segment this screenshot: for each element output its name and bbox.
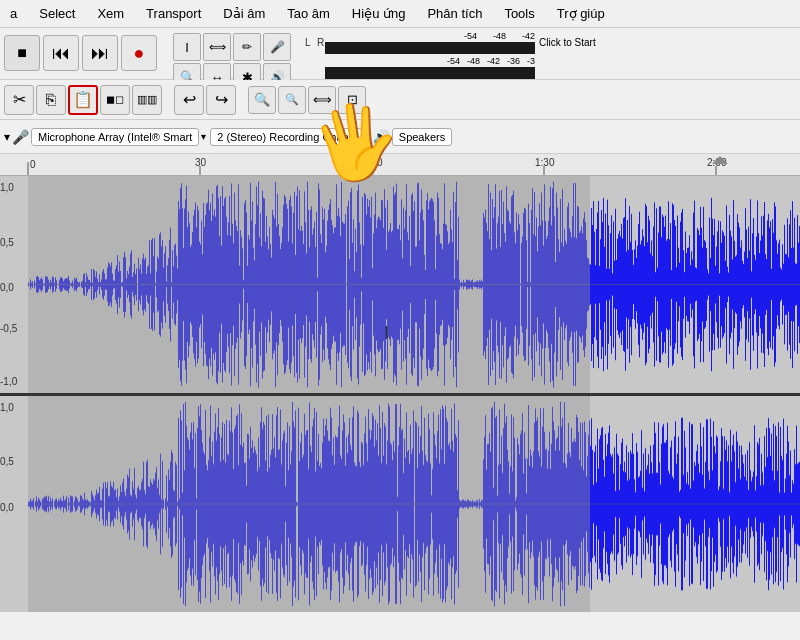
zoom-in-button[interactable]: 🔍 [248,86,276,114]
menu-tro-giup[interactable]: Trợ giúp [553,4,609,23]
menu-dai-am[interactable]: Dải âm [219,4,269,23]
menu-phan-tich[interactable]: Phân tích [423,4,486,23]
menu-select[interactable]: Select [35,4,79,23]
mic-icon: 🎤 [270,40,285,54]
menu-hieu-ung[interactable]: Hiệu ứng [348,4,410,23]
redo-icon: ↪ [215,90,228,109]
cut-icon: ✂ [13,90,26,109]
vu-bar-R[interactable] [325,67,535,79]
record-icon: ● [134,43,145,64]
mic-device-icon: 🎤 [12,129,29,145]
menubar: a Select Xem Transport Dải âm Tao âm Hiệ… [0,0,800,28]
menu-tao-am[interactable]: Tao âm [283,4,334,23]
silence-button[interactable]: ▥▥ [132,85,162,115]
svg-text:1:00: 1:00 [363,157,383,168]
paste-button[interactable]: 📋 [68,85,98,115]
stop-button[interactable]: ■ [4,35,40,71]
vu-tick-row1: -54 -48 -42 [325,31,535,41]
input-device-dropdown[interactable]: ▾ 🎤 Microphone Array (Intel® Smart ▾ [4,128,206,146]
redo-button[interactable]: ↪ [206,85,236,115]
menu-a[interactable]: a [6,4,21,23]
trim-button[interactable]: ◼◻ [100,85,130,115]
pencil-tool[interactable]: ✏ [233,33,261,61]
trim-icon: ◼◻ [106,93,124,106]
svg-text:30: 30 [195,157,207,168]
undo-button[interactable]: ↩ [174,85,204,115]
waveform-2-area[interactable]: 1,0 0,5 0,0 [0,396,800,613]
record-button[interactable]: ● [121,35,157,71]
mic-tool[interactable]: 🎤 [263,33,291,61]
zoom-sel-button[interactable]: ⊡ [338,86,366,114]
svg-text:0: 0 [30,159,36,170]
device-dropdown-arrow[interactable]: ▾ [201,131,206,142]
output-icon: 🔊 [373,129,390,145]
zoom-fit-icon: ⟺ [313,92,332,107]
menu-xem[interactable]: Xem [93,4,128,23]
svg-rect-0 [0,154,800,176]
track-1: 1,0 0,5 0,0 -0,5 -1,0 [0,176,800,393]
vu-tick-row2: -54 -48 -42 -36 -3 [325,56,535,66]
svg-text:1:30: 1:30 [535,157,555,168]
cursor-icon: I [185,40,189,55]
lr-label-L: L [305,37,315,48]
output-name-display[interactable]: Speakers [392,128,452,146]
rewind-button[interactable]: ⏮ [43,35,79,71]
timeline-ruler[interactable]: 0 30 1:00 1:30 2:00 [0,154,800,176]
waveform-canvas-2 [28,396,800,613]
tracks-area: 1,0 0,5 0,0 -0,5 -1,0 [0,176,800,612]
cut-button[interactable]: ✂ [4,85,34,115]
copy-icon: ⎘ [46,91,56,109]
lr-label-R: R [317,37,325,48]
zoom-out-button[interactable]: 🔍 [278,86,306,114]
waveform-1-area[interactable]: 1,0 0,5 0,0 -0,5 -1,0 [0,176,800,393]
menu-transport[interactable]: Transport [142,4,205,23]
pencil-icon: ✏ [242,40,252,54]
zoom-fit-button[interactable]: ⟺ [308,86,336,114]
toolbar-combined: ■ ⏮ ⏭ ● I ⟺ ✏ [0,28,800,80]
forward-button[interactable]: ⏭ [82,35,118,71]
rewind-icon: ⏮ [52,43,70,64]
edit-toolbar: ✂ ⎘ 📋 ◼◻ ▥▥ ↩ ↪ 🔍 🔍 ⟺ ⊡ [0,80,800,120]
copy-button[interactable]: ⎘ [36,85,66,115]
channels-dropdown-arrow[interactable]: ▾ [364,131,369,142]
click-to-start[interactable]: Click to Start [539,37,596,48]
track-2: 1,0 0,5 0,0 [0,393,800,613]
vu-tick--42: -42 [522,31,535,41]
forward-icon: ⏭ [91,43,109,64]
output-device-dropdown[interactable]: 🔊 Speakers [373,128,452,146]
channels-display[interactable]: 2 (Stereo) Recording Chann [210,128,362,146]
device-bar: ▾ 🎤 Microphone Array (Intel® Smart ▾ 2 (… [0,120,800,154]
silence-icon: ▥▥ [137,93,157,106]
text-cursor: I [384,323,389,344]
device-name-display[interactable]: Microphone Array (Intel® Smart [31,128,199,146]
ruler-svg: 0 30 1:00 1:30 2:00 [0,154,800,176]
waveform-canvas-1 [28,176,800,393]
vu-bar-L[interactable] [325,42,535,54]
dropdown-arrow-input[interactable]: ▾ [4,130,10,144]
undo-icon: ↩ [183,90,196,109]
zoom-in-icon: 🔍 [254,92,270,107]
multi-icon: ⟺ [209,40,226,54]
stop-icon: ■ [17,44,27,62]
paste-icon: 📋 [73,90,93,109]
menu-tools[interactable]: Tools [500,4,538,23]
channels-dropdown[interactable]: 2 (Stereo) Recording Chann ▾ [210,128,369,146]
vu-tick--48: -48 [493,31,506,41]
y-axis-2: 1,0 0,5 0,0 [0,396,28,613]
vu-tick--54: -54 [464,31,477,41]
cursor-tool[interactable]: I [173,33,201,61]
zoom-out-icon: 🔍 [285,93,299,106]
multi-tool[interactable]: ⟺ [203,33,231,61]
zoom-sel-icon: ⊡ [347,92,358,107]
